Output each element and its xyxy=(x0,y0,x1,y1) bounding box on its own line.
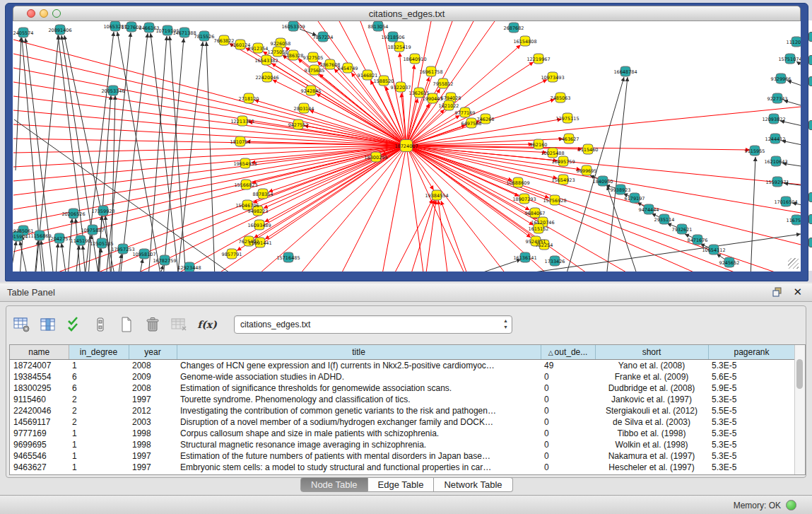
table-cell: 2009 xyxy=(129,371,177,382)
table-row[interactable]: 977716911998Corpus callosum shape and si… xyxy=(10,428,795,439)
network-edge xyxy=(56,243,58,271)
network-node-label: 12975115 xyxy=(555,116,579,122)
column-header-short[interactable]: short xyxy=(595,345,708,360)
table-cell: 22420046 xyxy=(10,405,69,416)
network-node-label: 1244412 xyxy=(765,136,786,142)
function-builder-icon[interactable]: f(x) xyxy=(195,315,219,334)
network-canvas[interactable]: 1872400724055742089140610653287152760284… xyxy=(13,21,801,271)
table-row[interactable]: 946554611997Estimation of the future num… xyxy=(10,450,795,462)
network-edge xyxy=(13,146,406,238)
table-cell: Embryonic stem cells: a model to study s… xyxy=(177,462,541,473)
network-window-titlebar[interactable]: citations_edges.txt xyxy=(13,6,801,21)
column-header-out_de[interactable]: △out_de... xyxy=(541,345,595,360)
table-options-icon[interactable] xyxy=(12,315,32,334)
tab-node-table[interactable]: Node Table xyxy=(300,477,368,492)
sort-ascending-icon: △ xyxy=(548,349,553,356)
create-column-icon[interactable] xyxy=(117,315,136,334)
network-node-label: 1615152 xyxy=(529,226,549,232)
table-row[interactable]: 946362711997Embryonic stem cells: a mode… xyxy=(10,462,795,473)
import-table-icon[interactable] xyxy=(169,315,189,334)
network-node-label: 18724007 xyxy=(394,144,418,149)
column-header-year[interactable]: year xyxy=(129,345,177,360)
network-node-label: 14671388 xyxy=(172,30,196,36)
table-cell: Estimation of the future numbers of pati… xyxy=(177,450,541,462)
network-window[interactable]: citations_edges.txt 18724007240557420891… xyxy=(5,3,808,281)
table-row[interactable]: 1456911722003Disruption of a novel membe… xyxy=(10,416,795,428)
column-header-in_degree[interactable]: in_degree xyxy=(69,345,129,360)
column-header-name[interactable]: name xyxy=(10,345,69,360)
table-cell: Dudbridge et al. (2008) xyxy=(595,382,708,394)
network-node-label: 18640910 xyxy=(403,57,426,62)
network-node-label: 15592971 xyxy=(765,180,789,185)
table-cell: 5.3E-5 xyxy=(708,439,795,450)
table-row[interactable]: 1938455462009Genome-wide association stu… xyxy=(10,371,795,382)
status-bar: Memory: OK xyxy=(0,495,812,514)
network-edge xyxy=(438,200,448,271)
column-header-title[interactable]: title xyxy=(177,345,541,360)
table-cell: Investigating the contribution of common… xyxy=(177,405,541,416)
column-header-pagerank[interactable]: pagerank xyxy=(708,345,795,360)
network-edge xyxy=(751,157,755,271)
table-cell: 0 xyxy=(541,462,595,473)
network-node-label: 8186328 xyxy=(283,53,304,59)
select-all-icon[interactable] xyxy=(64,315,84,334)
table-select-value: citations_edges.txt xyxy=(235,320,310,329)
background-window-sliver xyxy=(808,21,812,271)
table-cell: 9777169 xyxy=(10,428,69,439)
delete-table-icon[interactable] xyxy=(143,315,163,334)
table-row[interactable]: 2242004622012Investigating the contribut… xyxy=(10,405,795,416)
network-node-label: 9115460 xyxy=(578,147,599,153)
network-edge xyxy=(441,201,469,271)
table-cell: Corpus callosum shape and size in male p… xyxy=(177,428,541,439)
network-node-label: 8471676 xyxy=(688,238,708,243)
network-edge xyxy=(392,199,433,271)
background-network-node xyxy=(808,76,812,86)
resize-grip-icon[interactable] xyxy=(788,258,799,269)
table-cell: 9465546 xyxy=(10,450,69,462)
network-edge xyxy=(334,69,406,146)
network-edge xyxy=(466,259,521,271)
network-node-label: 10688609 xyxy=(506,180,529,186)
network-node-label: 9327505 xyxy=(303,55,324,61)
network-node-label: 20053346 xyxy=(101,88,124,94)
table-cell: 49 xyxy=(541,360,595,372)
scrollbar-thumb[interactable] xyxy=(796,359,803,389)
network-node-label: 16136141 xyxy=(513,255,536,261)
table-cell: 18300295 xyxy=(10,382,69,394)
network-node-label: 9915904 xyxy=(13,234,28,240)
screen: citations_edges.txt 18724007240557420891… xyxy=(0,0,812,514)
network-node-label: 19218506 xyxy=(381,35,404,40)
table-cell: 0 xyxy=(541,439,595,450)
float-window-icon[interactable] xyxy=(772,287,782,297)
network-node-label: 9463627 xyxy=(559,136,579,142)
table-row[interactable]: 1830029562008Estimation of significance … xyxy=(10,382,795,394)
table-cell: 6 xyxy=(69,371,129,382)
table-scrollbar[interactable] xyxy=(794,345,805,474)
table-cell: 2 xyxy=(69,405,129,416)
tab-network-table[interactable]: Network Table xyxy=(434,477,512,492)
network-edge xyxy=(139,259,143,271)
table-row[interactable]: 911546021997Tourette syndrome. Phenomeno… xyxy=(10,394,795,405)
network-node-label: 9427552 xyxy=(288,122,309,128)
table-row[interactable]: 969969511998Structural magnetic resonanc… xyxy=(10,439,795,450)
network-node-label: 8454749 xyxy=(338,66,358,71)
close-panel-icon[interactable]: ✕ xyxy=(793,286,802,298)
network-node-label: 9242845 xyxy=(301,88,322,94)
table-mode-icon[interactable] xyxy=(90,315,110,334)
network-node-label: 2935114 xyxy=(654,217,675,223)
network-node-label: 9777169 xyxy=(455,110,476,116)
network-node-label: 1145190 xyxy=(71,238,91,244)
network-edge xyxy=(382,146,406,271)
tab-edge-table[interactable]: Edge Table xyxy=(368,477,435,492)
network-node-label: 1112087 xyxy=(787,40,801,45)
network-edge xyxy=(83,245,86,271)
table-select[interactable]: citations_edges.txt ▲▼ xyxy=(234,315,512,334)
network-node-label: 1733426 xyxy=(545,259,565,264)
network-edge xyxy=(310,110,406,146)
show-columns-icon[interactable] xyxy=(38,315,58,334)
network-edge xyxy=(796,62,801,68)
network-node-label: 16495759 xyxy=(551,159,575,165)
table-cell: 1 xyxy=(69,360,129,372)
table-row[interactable]: 1872400712008Changes of HCN gene express… xyxy=(10,360,795,372)
network-node-label: 15756928 xyxy=(543,198,566,204)
